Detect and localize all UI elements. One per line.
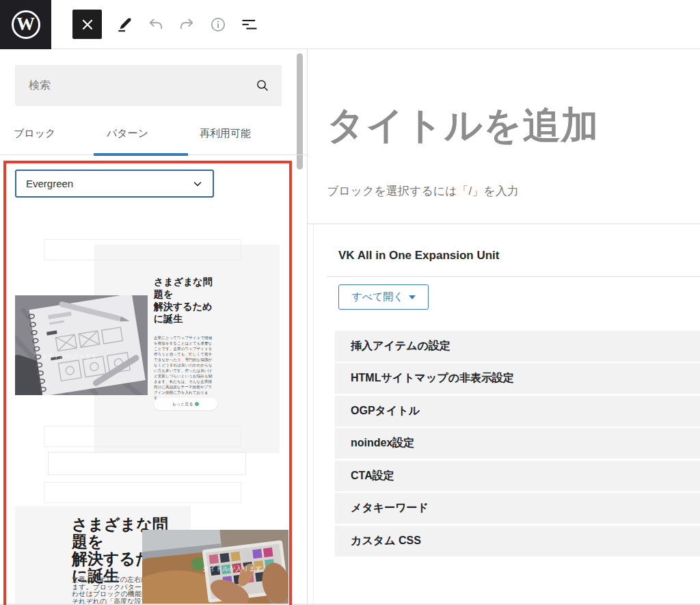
placeholder-box bbox=[44, 426, 241, 447]
search-icon bbox=[256, 79, 269, 92]
placeholder-box bbox=[48, 452, 246, 475]
pattern1-placeholder-box bbox=[44, 239, 241, 260]
post-title-input[interactable]: タイトルを追加 bbox=[327, 100, 599, 151]
expand-all-button[interactable]: すべて開く bbox=[338, 284, 429, 310]
tab-patterns[interactable]: パターン bbox=[107, 111, 148, 155]
active-tab-indicator bbox=[94, 153, 188, 156]
accordion-section-ogp-title[interactable]: OGPタイトル bbox=[335, 396, 700, 427]
accordion-section-insert-items[interactable]: 挿入アイテムの設定 bbox=[335, 331, 700, 362]
expand-all-label: すべて開く bbox=[351, 291, 403, 304]
accordion-section-cta[interactable]: CTA設定 bbox=[335, 461, 700, 492]
editor-toolbar: W bbox=[0, 0, 700, 49]
editor-canvas: タイトルを追加 ブロックを選択するには「/」を入力 VK All in One … bbox=[308, 49, 700, 605]
pattern1-more-button: もっと見る bbox=[154, 398, 217, 410]
block-inserter-panel: ブロック パターン 再利用可能 Evergreen bbox=[0, 49, 308, 605]
accordion-section-html-sitemap[interactable]: HTMLサイトマップの非表示設定 bbox=[335, 363, 700, 394]
placeholder-box bbox=[44, 482, 241, 503]
pattern2-photo-caption: タイトルが入ります bbox=[202, 565, 262, 572]
info-icon bbox=[209, 16, 227, 33]
chevron-down-icon bbox=[192, 178, 203, 189]
metabox-title: VK All in One Expansion Unit bbox=[338, 249, 500, 263]
tab-blocks[interactable]: ブロック bbox=[14, 111, 55, 155]
redo-icon bbox=[178, 16, 196, 33]
accordion-section-noindex[interactable]: noindex設定 bbox=[335, 428, 700, 459]
caret-down-icon bbox=[409, 295, 416, 299]
pattern1-body: 企業にとってウェブサイトで情報を発信をすることはとても重要なことです。企業のウェ… bbox=[154, 335, 215, 401]
more-button-label: もっと見る bbox=[172, 401, 193, 407]
metabox-title-divider bbox=[327, 276, 700, 277]
edit-tool-button[interactable] bbox=[115, 15, 134, 34]
accordion-section-custom-css[interactable]: カスタム CSS bbox=[335, 526, 700, 556]
details-button[interactable] bbox=[208, 15, 228, 34]
wordpress-logo-icon: W bbox=[12, 10, 40, 39]
close-icon bbox=[81, 18, 94, 31]
pattern-category-select[interactable]: Evergreen bbox=[15, 170, 214, 198]
pattern-category-value: Evergreen bbox=[26, 178, 73, 189]
block-appender-placeholder[interactable]: ブロックを選択するには「/」を入力 bbox=[327, 183, 519, 199]
pattern1-heading: さまざまな問題を 解決するために誕生 bbox=[154, 275, 219, 325]
pencil-icon bbox=[116, 16, 133, 33]
redo-button[interactable] bbox=[177, 15, 196, 34]
search-input[interactable] bbox=[29, 65, 254, 106]
block-inserter-toggle-button[interactable] bbox=[72, 10, 102, 39]
pattern1-photo-caption: タイトルが入ります bbox=[41, 353, 98, 360]
pattern-search-box bbox=[15, 65, 282, 106]
undo-button[interactable] bbox=[146, 15, 165, 34]
pattern1-photo-notebook: タイトルが入ります bbox=[15, 295, 148, 395]
accordion-section-meta-keywords[interactable]: メタキーワード bbox=[335, 493, 700, 524]
pattern2-photo-tablet: タイトルが入ります bbox=[142, 530, 288, 605]
inserter-tabs: ブロック パターン 再利用可能 bbox=[0, 111, 308, 155]
wordpress-block-editor: W bbox=[0, 0, 700, 605]
wordpress-logo[interactable]: W bbox=[0, 0, 51, 49]
metabox-divider bbox=[308, 224, 700, 224]
undo-icon bbox=[147, 16, 165, 33]
list-view-icon bbox=[240, 15, 259, 34]
list-view-button[interactable] bbox=[240, 15, 259, 34]
metabox-left-border bbox=[313, 224, 314, 605]
tab-reusable[interactable]: 再利用可能 bbox=[200, 111, 251, 155]
arrow-circle-icon bbox=[195, 402, 199, 406]
wordpress-logo-letter: W bbox=[16, 15, 35, 33]
